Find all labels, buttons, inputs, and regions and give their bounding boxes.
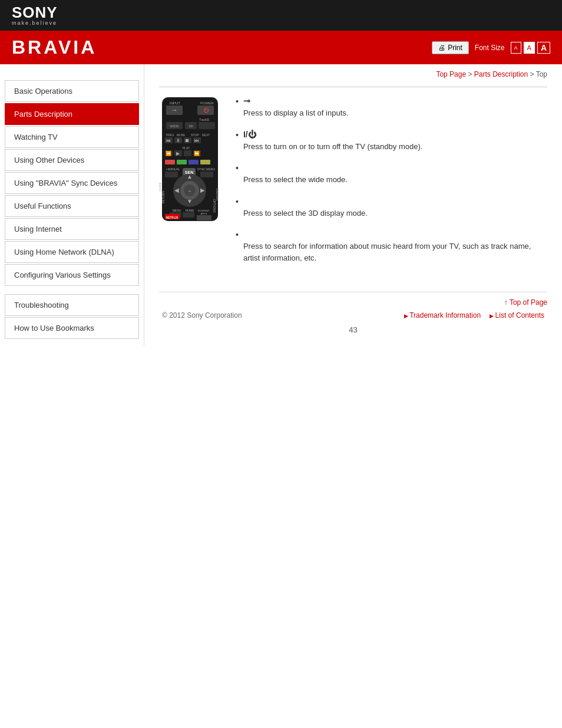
info-item-input: • ⊸ Press to display a list of inputs.: [236, 96, 547, 119]
svg-rect-42: [200, 172, 213, 177]
sidebar-item-using-other-devices[interactable]: Using Other Devices: [5, 149, 139, 171]
svg-text:⏮: ⏮: [166, 138, 171, 143]
svg-text:⏹: ⏹: [185, 138, 190, 143]
svg-text:RETURN: RETURN: [161, 191, 165, 203]
bullet-3d: •: [236, 197, 239, 206]
font-size-large-button[interactable]: A: [537, 42, 550, 54]
svg-rect-12: [199, 122, 215, 129]
svg-text:PLAY: PLAY: [183, 146, 190, 150]
svg-text:MUSE: MUSE: [177, 133, 186, 137]
bottom-links: Trademark Information List of Contents: [404, 311, 544, 319]
sidebar: Basic Operations Parts Description Watch…: [0, 64, 144, 346]
svg-text:NETFLIX: NETFLIX: [166, 216, 178, 219]
3d-description: Press to select the 3D display mode.: [243, 207, 547, 219]
print-label: Print: [448, 44, 462, 52]
sidebar-item-watching-tv[interactable]: Watching TV: [5, 126, 139, 148]
font-size-label: Font Size: [475, 44, 505, 52]
trackid-description: Press to search for information about mu…: [243, 241, 547, 263]
input-description: Press to display a list of inputs.: [243, 107, 547, 119]
svg-text:▼: ▼: [187, 198, 193, 205]
svg-text:NEXT: NEXT: [202, 133, 210, 137]
svg-text:⏸: ⏸: [176, 138, 180, 143]
svg-text:HOME: HOME: [186, 209, 195, 212]
print-icon: 🖨: [438, 44, 445, 52]
info-item-3d: • Press to select the 3D display mode.: [236, 196, 547, 219]
bullet-power: •: [236, 130, 239, 140]
3d-symbol: [243, 196, 547, 206]
input-symbol: ⊸: [243, 96, 547, 106]
power-description: Press to turn on or to turn off the TV (…: [243, 141, 547, 153]
info-item-power: • I/⏻ Press to turn on or to turn off th…: [236, 130, 547, 153]
info-content-input: ⊸ Press to display a list of inputs.: [243, 96, 547, 119]
content-area: Top Page > Parts Description > Top INPUT…: [144, 64, 562, 346]
bullet-trackid: •: [236, 230, 239, 239]
content-body: INPUT POWER ⊸ ⏻ TrackID: [159, 96, 547, 274]
trackid-symbol: [243, 229, 547, 239]
content-divider: [159, 87, 547, 87]
svg-text:▶: ▶: [176, 151, 180, 156]
svg-text:3D: 3D: [189, 124, 193, 128]
svg-text:SYNC MENU: SYNC MENU: [197, 167, 215, 171]
sidebar-item-using-internet[interactable]: Using Internet: [5, 218, 139, 240]
sidebar-item-basic-operations[interactable]: Basic Operations: [5, 80, 139, 102]
svg-text:+: +: [189, 189, 191, 194]
sidebar-item-configuring-various[interactable]: Configuring Various Settings: [5, 264, 139, 286]
bullet-wide: •: [236, 163, 239, 173]
svg-text:⏻: ⏻: [203, 107, 209, 113]
bullet-input: •: [236, 97, 239, 106]
wide-symbol: [243, 163, 547, 172]
main-container: Basic Operations Parts Description Watch…: [0, 64, 562, 346]
remote-svg: INPUT POWER ⊸ ⏻ TrackID: [159, 96, 221, 223]
page-number: 43: [159, 325, 547, 334]
sidebar-item-using-home-network[interactable]: Using Home Network (DLNA): [5, 241, 139, 263]
title-bar: BRAVIA 🖨 Print Font Size A A A: [0, 31, 562, 64]
breadcrumb-current: Top: [536, 70, 547, 78]
svg-text:INPUT: INPUT: [170, 101, 180, 105]
header: SONY make.believe: [0, 0, 562, 31]
svg-text:▲: ▲: [187, 173, 193, 180]
svg-text:i-MANUAL: i-MANUAL: [166, 167, 180, 171]
sidebar-item-using-bravia-sync[interactable]: Using "BRAVIA" Sync Devices: [5, 172, 139, 194]
svg-rect-30: [184, 150, 191, 156]
breadcrumb-top-page[interactable]: Top Page: [436, 70, 466, 78]
font-size-medium-button[interactable]: A: [524, 42, 535, 54]
list-of-contents-link[interactable]: List of Contents: [490, 311, 544, 319]
svg-rect-58: [183, 212, 194, 218]
print-button[interactable]: 🖨 Print: [432, 41, 469, 54]
sony-logo: SONY: [12, 5, 58, 20]
toolbar-right: 🖨 Print Font Size A A A: [432, 41, 550, 54]
copyright-text: © 2012 Sony Corporation: [162, 311, 242, 319]
svg-rect-36: [200, 160, 210, 164]
breadcrumb-parts-description[interactable]: Parts Description: [474, 70, 528, 78]
sidebar-item-parts-description[interactable]: Parts Description: [5, 103, 139, 125]
svg-text:◀: ◀: [174, 187, 179, 193]
font-size-small-button[interactable]: A: [511, 42, 521, 54]
remote-control-image: INPUT POWER ⊸ ⏻ TrackID: [159, 96, 224, 274]
info-item-wide: • Press to select the wide mode.: [236, 163, 547, 186]
bravia-title: BRAVIA: [12, 37, 97, 58]
sidebar-item-troubleshooting[interactable]: Troubleshooting: [5, 294, 139, 316]
svg-text:⏩: ⏩: [194, 150, 200, 156]
svg-text:TrackID: TrackID: [199, 118, 210, 121]
svg-text:STOP: STOP: [191, 133, 199, 137]
svg-text:⏭: ⏭: [194, 138, 199, 143]
svg-text:OPTIONS: OPTIONS: [213, 199, 216, 213]
svg-rect-35: [189, 160, 199, 164]
info-content-wide: Press to select the wide mode.: [243, 163, 547, 186]
svg-rect-33: [165, 160, 175, 164]
svg-text:⏪: ⏪: [166, 150, 171, 156]
sony-tagline: make.believe: [12, 20, 58, 26]
trademark-info-link[interactable]: Trademark Information: [404, 311, 481, 319]
top-of-page-link[interactable]: Top of Page: [504, 298, 547, 307]
svg-text:PREV: PREV: [166, 133, 174, 137]
sidebar-item-how-to-use-bookmarks[interactable]: How to Use Bookmarks: [5, 317, 139, 339]
bottom-footer: © 2012 Sony Corporation Trademark Inform…: [159, 311, 547, 319]
svg-text:APPS: APPS: [201, 212, 207, 215]
info-panel: • ⊸ Press to display a list of inputs. •…: [236, 96, 547, 274]
info-content-3d: Press to select the 3D display mode.: [243, 196, 547, 219]
sidebar-item-useful-functions[interactable]: Useful Functions: [5, 195, 139, 217]
power-symbol: I/⏻: [243, 130, 547, 139]
breadcrumb: Top Page > Parts Description > Top: [159, 70, 547, 82]
info-content-power: I/⏻ Press to turn on or to turn off the …: [243, 130, 547, 153]
svg-text:MENU: MENU: [173, 209, 181, 212]
